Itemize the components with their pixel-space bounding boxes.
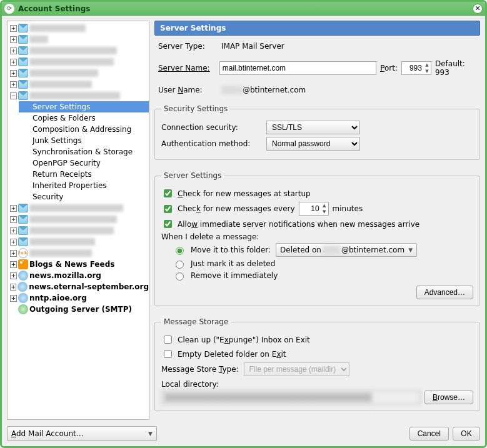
user-name-label: User Name: (158, 86, 218, 94)
auth-method-label: Authentication method: (161, 139, 261, 148)
dialog-footer: Add Mail Account… ▼ Cancel OK (7, 424, 480, 441)
rss-icon (18, 259, 28, 269)
move-folder-label: Move it to this folder: (191, 246, 271, 254)
app-icon: ⟳ (4, 4, 14, 14)
ok-button[interactable]: OK (453, 427, 480, 441)
tree-account[interactable]: + (8, 22, 149, 34)
advanced-button[interactable]: Advanced… (416, 286, 473, 299)
tree-account[interactable]: + (8, 56, 149, 67)
minutes-label: minutes (333, 204, 363, 213)
tree-copies-folders[interactable]: Copies & Folders (19, 112, 149, 124)
mark-deleted-label: Just mark it as deleted (191, 259, 275, 268)
server-name-label: Server Name: (158, 64, 216, 72)
tree-account[interactable]: +talk (8, 247, 149, 259)
mail-icon (18, 226, 28, 235)
auth-method-select[interactable]: Normal password (266, 137, 360, 151)
tree-account[interactable]: + (8, 34, 149, 45)
globe-icon (18, 293, 28, 303)
window-title: Account Settings (18, 4, 90, 13)
local-dir-input[interactable] (161, 391, 421, 404)
cancel-button[interactable]: Cancel (409, 427, 449, 441)
tree-account[interactable]: + (8, 45, 149, 56)
tree-server-settings[interactable]: Server Settings (19, 101, 149, 112)
empty-deleted-checkbox[interactable] (164, 350, 172, 358)
mail-icon (18, 24, 28, 32)
server-settings-group: Server Settings Check for new messages a… (154, 171, 480, 306)
close-icon[interactable]: ✕ (473, 4, 483, 14)
tree-inherited[interactable]: Inherited Properties (19, 180, 149, 191)
message-storage-group: Message Storage Clean up ("Expunge") Inb… (154, 317, 480, 411)
conn-sec-select[interactable]: SSL/TLS (266, 121, 360, 134)
tree-account[interactable]: + (8, 67, 149, 79)
remove-immediate-radio[interactable] (176, 272, 184, 281)
spin-up-icon[interactable]: ▲ (321, 202, 328, 209)
check-startup-checkbox[interactable] (164, 189, 172, 197)
mail-icon (18, 69, 28, 77)
local-dir-label: Local directory: (161, 380, 473, 389)
globe-icon (18, 282, 28, 292)
port-spinner[interactable]: ▲▼ (401, 61, 431, 75)
tree-news-aioe[interactable]: +nntp.aioe.org (8, 292, 149, 304)
check-interval-label: Check for new messages every (178, 204, 295, 213)
security-legend: Security Settings (161, 104, 230, 113)
deleted-folder-select[interactable]: Deleted on @btinternet.com ▼ (276, 243, 417, 257)
mail-icon (18, 35, 28, 44)
server-name-input[interactable] (219, 61, 376, 75)
allow-notify-checkbox[interactable] (164, 220, 172, 228)
tree-account[interactable]: + (8, 202, 149, 214)
tree-security[interactable]: Security (19, 191, 149, 202)
globe-icon (18, 271, 28, 281)
tree-blogs[interactable]: +Blogs & News Feeds (8, 259, 149, 270)
expunge-checkbox[interactable] (164, 336, 172, 344)
mark-deleted-radio[interactable] (176, 261, 184, 269)
storage-legend: Message Storage (161, 317, 231, 326)
tree-news-eternal[interactable]: +news.eternal-september.org (8, 281, 149, 292)
expunge-label: Clean up ("Expunge") Inbox on Exit (178, 336, 310, 344)
mail-icon (18, 46, 28, 55)
mail-icon (18, 91, 28, 100)
window-frame: ⟳ Account Settings ✕ + + + + + + − Serve… (0, 0, 487, 448)
tree-junk[interactable]: Junk Settings (19, 135, 149, 146)
spin-down-icon[interactable]: ▼ (321, 209, 328, 215)
store-type-select: File per message (maildir) (244, 362, 349, 376)
tree-receipts[interactable]: Return Receipts (19, 169, 149, 180)
settings-panel: Server Settings Server Type: IMAP Mail S… (154, 21, 480, 420)
chevron-down-icon: ▼ (408, 247, 413, 253)
tree-sync[interactable]: Synchronisation & Storage (19, 146, 149, 157)
tree-account[interactable]: + (8, 225, 149, 236)
port-input[interactable] (402, 64, 423, 72)
tree-composition[interactable]: Composition & Addressing (19, 124, 149, 135)
server-type-value: IMAP Mail Server (221, 42, 284, 51)
tree-news-mozilla[interactable]: +news.mozilla.org (8, 270, 149, 281)
tree-account[interactable]: + (8, 236, 149, 247)
mail-icon (18, 204, 28, 212)
move-folder-radio[interactable] (176, 247, 184, 255)
spin-up-icon[interactable]: ▲ (423, 62, 431, 68)
check-interval-checkbox[interactable] (164, 205, 172, 213)
spin-down-icon[interactable]: ▼ (423, 68, 431, 74)
interval-input[interactable] (299, 204, 321, 213)
chevron-down-icon: ▼ (148, 431, 153, 437)
mail-icon (18, 215, 28, 224)
tree-openpgp[interactable]: OpenPGP Security (19, 157, 149, 169)
check-startup-label: Check for new messages at startup (178, 189, 311, 198)
when-delete-label: When I delete a message: (161, 232, 473, 241)
port-label: Port: (380, 64, 398, 72)
security-settings-group: Security Settings Connection security: S… (154, 104, 480, 160)
titlebar: ⟳ Account Settings ✕ (2, 2, 485, 16)
empty-deleted-label: Empty Deleted folder on Exit (178, 350, 286, 359)
mail-icon (18, 237, 28, 246)
port-default: Default: 993 (435, 59, 480, 77)
interval-spinner[interactable]: ▲▼ (299, 202, 329, 216)
tree-account[interactable]: + (8, 79, 149, 90)
tree-smtp[interactable]: Outgoing Server (SMTP) (8, 304, 149, 315)
add-account-dropdown[interactable]: Add Mail Account… ▼ (7, 426, 157, 441)
browse-button[interactable]: Browse… (424, 391, 473, 404)
user-name-input[interactable]: @btinternet.com (221, 86, 384, 94)
outgoing-icon (18, 304, 28, 314)
tree-account[interactable]: + (8, 214, 149, 225)
mail-icon (18, 57, 28, 66)
tree-account-expanded[interactable]: − (8, 90, 149, 101)
account-tree[interactable]: + + + + + + − Server Settings Copies & F… (7, 21, 149, 420)
remove-immediate-label: Remove it immediately (191, 271, 278, 280)
